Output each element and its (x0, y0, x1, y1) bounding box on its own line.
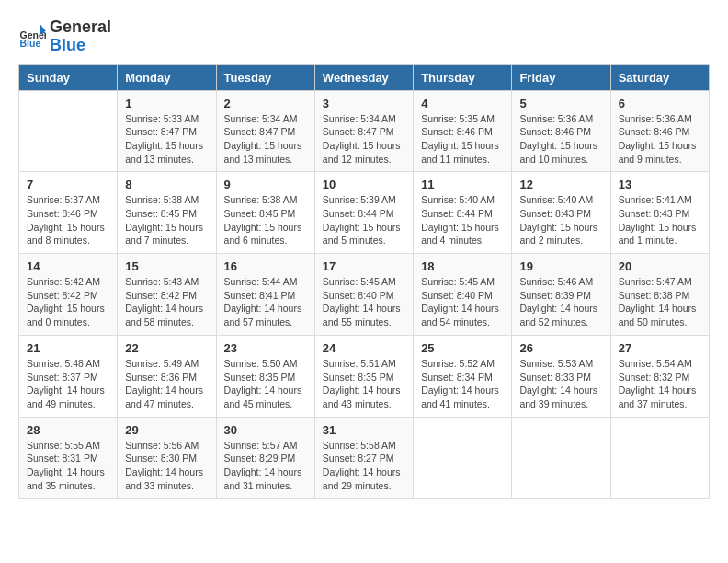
calendar-cell: 9Sunrise: 5:38 AM Sunset: 8:45 PM Daylig… (216, 172, 314, 254)
calendar-cell (19, 90, 118, 172)
calendar-table: SundayMondayTuesdayWednesdayThursdayFrid… (18, 64, 710, 500)
day-number: 14 (27, 259, 109, 273)
svg-marker-3 (40, 24, 46, 31)
day-number: 16 (224, 259, 307, 273)
day-info: Sunrise: 5:52 AM Sunset: 8:34 PM Dayligh… (421, 357, 504, 411)
calendar-cell: 19Sunrise: 5:46 AM Sunset: 8:39 PM Dayli… (512, 254, 610, 336)
day-info: Sunrise: 5:46 AM Sunset: 8:39 PM Dayligh… (519, 275, 602, 329)
day-info: Sunrise: 5:34 AM Sunset: 8:47 PM Dayligh… (224, 112, 307, 167)
day-info: Sunrise: 5:51 AM Sunset: 8:35 PM Dayligh… (323, 357, 405, 411)
col-header-thursday: Thursday (414, 64, 512, 90)
calendar-week-row: 7Sunrise: 5:37 AM Sunset: 8:46 PM Daylig… (19, 172, 710, 254)
logo-text: GeneralBlue (50, 18, 111, 55)
calendar-cell: 13Sunrise: 5:41 AM Sunset: 8:43 PM Dayli… (610, 172, 709, 254)
day-number: 29 (125, 423, 208, 437)
calendar-cell: 3Sunrise: 5:34 AM Sunset: 8:47 PM Daylig… (314, 90, 413, 172)
logo-icon: General Blue (18, 23, 46, 51)
day-number: 8 (125, 178, 208, 191)
col-header-wednesday: Wednesday (314, 64, 413, 90)
calendar-cell: 21Sunrise: 5:48 AM Sunset: 8:37 PM Dayli… (19, 335, 118, 417)
day-number: 9 (224, 178, 307, 191)
day-number: 21 (27, 341, 109, 355)
day-info: Sunrise: 5:37 AM Sunset: 8:46 PM Dayligh… (27, 193, 109, 247)
day-info: Sunrise: 5:34 AM Sunset: 8:47 PM Dayligh… (323, 112, 405, 167)
day-info: Sunrise: 5:41 AM Sunset: 8:43 PM Dayligh… (619, 193, 701, 247)
day-number: 27 (619, 341, 701, 355)
calendar-cell: 20Sunrise: 5:47 AM Sunset: 8:38 PM Dayli… (610, 254, 709, 336)
calendar-cell: 8Sunrise: 5:38 AM Sunset: 8:45 PM Daylig… (118, 172, 216, 254)
col-header-sunday: Sunday (19, 64, 118, 90)
day-info: Sunrise: 5:48 AM Sunset: 8:37 PM Dayligh… (27, 357, 109, 411)
day-number: 5 (519, 97, 602, 110)
day-info: Sunrise: 5:49 AM Sunset: 8:36 PM Dayligh… (125, 357, 208, 411)
calendar-week-row: 21Sunrise: 5:48 AM Sunset: 8:37 PM Dayli… (19, 335, 710, 417)
calendar-cell: 26Sunrise: 5:53 AM Sunset: 8:33 PM Dayli… (512, 335, 610, 417)
calendar-cell: 12Sunrise: 5:40 AM Sunset: 8:43 PM Dayli… (512, 172, 610, 254)
day-number: 20 (619, 259, 701, 273)
day-number: 6 (619, 97, 701, 110)
calendar-cell: 2Sunrise: 5:34 AM Sunset: 8:47 PM Daylig… (216, 90, 314, 172)
calendar-cell: 7Sunrise: 5:37 AM Sunset: 8:46 PM Daylig… (19, 172, 118, 254)
day-info: Sunrise: 5:44 AM Sunset: 8:41 PM Dayligh… (224, 275, 307, 329)
calendar-cell: 16Sunrise: 5:44 AM Sunset: 8:41 PM Dayli… (216, 254, 314, 336)
calendar-cell: 24Sunrise: 5:51 AM Sunset: 8:35 PM Dayli… (314, 335, 413, 417)
calendar-cell: 1Sunrise: 5:33 AM Sunset: 8:47 PM Daylig… (118, 90, 216, 172)
calendar-cell: 22Sunrise: 5:49 AM Sunset: 8:36 PM Dayli… (118, 335, 216, 417)
day-number: 7 (27, 178, 109, 191)
calendar-cell: 28Sunrise: 5:55 AM Sunset: 8:31 PM Dayli… (19, 417, 118, 499)
day-number: 10 (323, 178, 405, 191)
day-number: 15 (125, 259, 208, 273)
day-info: Sunrise: 5:53 AM Sunset: 8:33 PM Dayligh… (519, 357, 602, 411)
day-info: Sunrise: 5:57 AM Sunset: 8:29 PM Dayligh… (224, 439, 307, 493)
calendar-week-row: 1Sunrise: 5:33 AM Sunset: 8:47 PM Daylig… (19, 90, 710, 172)
day-info: Sunrise: 5:54 AM Sunset: 8:32 PM Dayligh… (619, 357, 701, 411)
svg-text:Blue: Blue (20, 38, 41, 49)
day-info: Sunrise: 5:50 AM Sunset: 8:35 PM Dayligh… (224, 357, 307, 411)
day-number: 3 (323, 97, 405, 110)
day-number: 17 (323, 259, 405, 273)
calendar-header-row: SundayMondayTuesdayWednesdayThursdayFrid… (19, 64, 710, 90)
calendar-cell: 18Sunrise: 5:45 AM Sunset: 8:40 PM Dayli… (414, 254, 512, 336)
day-info: Sunrise: 5:38 AM Sunset: 8:45 PM Dayligh… (125, 193, 208, 247)
day-number: 2 (224, 97, 307, 110)
calendar-cell: 23Sunrise: 5:50 AM Sunset: 8:35 PM Dayli… (216, 335, 314, 417)
calendar-cell: 11Sunrise: 5:40 AM Sunset: 8:44 PM Dayli… (414, 172, 512, 254)
calendar-cell: 17Sunrise: 5:45 AM Sunset: 8:40 PM Dayli… (314, 254, 413, 336)
calendar-week-row: 14Sunrise: 5:42 AM Sunset: 8:42 PM Dayli… (19, 254, 710, 336)
page-header: General Blue GeneralBlue (18, 18, 710, 55)
day-info: Sunrise: 5:43 AM Sunset: 8:42 PM Dayligh… (125, 275, 208, 329)
day-number: 19 (519, 259, 602, 273)
day-info: Sunrise: 5:58 AM Sunset: 8:27 PM Dayligh… (323, 439, 405, 493)
day-info: Sunrise: 5:45 AM Sunset: 8:40 PM Dayligh… (323, 275, 405, 329)
calendar-cell: 30Sunrise: 5:57 AM Sunset: 8:29 PM Dayli… (216, 417, 314, 499)
day-info: Sunrise: 5:36 AM Sunset: 8:46 PM Dayligh… (619, 112, 701, 167)
calendar-cell (414, 417, 512, 499)
day-info: Sunrise: 5:45 AM Sunset: 8:40 PM Dayligh… (421, 275, 504, 329)
day-number: 11 (421, 178, 504, 191)
day-number: 30 (224, 423, 307, 437)
day-info: Sunrise: 5:40 AM Sunset: 8:43 PM Dayligh… (519, 193, 602, 247)
day-info: Sunrise: 5:36 AM Sunset: 8:46 PM Dayligh… (519, 112, 602, 167)
calendar-cell: 5Sunrise: 5:36 AM Sunset: 8:46 PM Daylig… (512, 90, 610, 172)
day-number: 22 (125, 341, 208, 355)
calendar-cell: 31Sunrise: 5:58 AM Sunset: 8:27 PM Dayli… (314, 417, 413, 499)
day-number: 23 (224, 341, 307, 355)
day-number: 12 (519, 178, 602, 191)
day-info: Sunrise: 5:39 AM Sunset: 8:44 PM Dayligh… (323, 193, 405, 247)
day-number: 13 (619, 178, 701, 191)
calendar-cell (512, 417, 610, 499)
col-header-friday: Friday (512, 64, 610, 90)
day-number: 26 (519, 341, 602, 355)
calendar-cell: 25Sunrise: 5:52 AM Sunset: 8:34 PM Dayli… (414, 335, 512, 417)
calendar-week-row: 28Sunrise: 5:55 AM Sunset: 8:31 PM Dayli… (19, 417, 710, 499)
col-header-saturday: Saturday (610, 64, 709, 90)
day-number: 24 (323, 341, 405, 355)
calendar-cell: 14Sunrise: 5:42 AM Sunset: 8:42 PM Dayli… (19, 254, 118, 336)
day-info: Sunrise: 5:33 AM Sunset: 8:47 PM Dayligh… (125, 112, 208, 167)
logo: General Blue GeneralBlue (18, 18, 111, 55)
day-info: Sunrise: 5:47 AM Sunset: 8:38 PM Dayligh… (619, 275, 701, 329)
calendar-cell: 4Sunrise: 5:35 AM Sunset: 8:46 PM Daylig… (414, 90, 512, 172)
day-number: 18 (421, 259, 504, 273)
day-number: 28 (27, 423, 109, 437)
day-info: Sunrise: 5:38 AM Sunset: 8:45 PM Dayligh… (224, 193, 307, 247)
